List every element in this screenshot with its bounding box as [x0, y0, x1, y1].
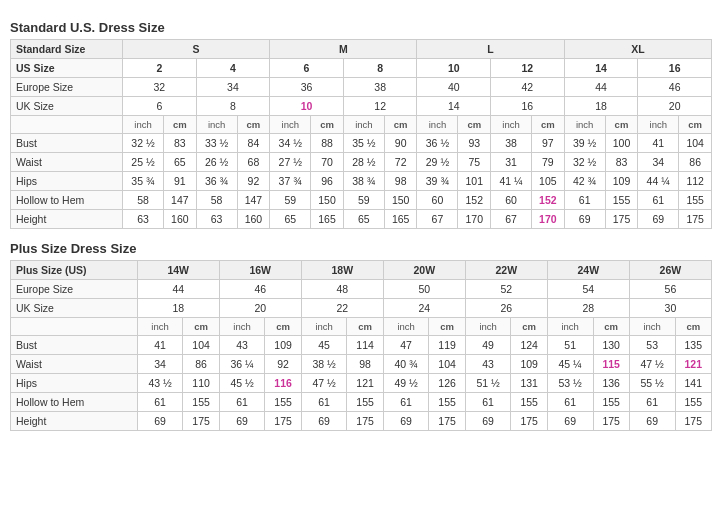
uk-size-label: UK Size [11, 97, 123, 116]
uk-20: 20 [638, 97, 712, 116]
standard-title: Standard U.S. Dress Size [10, 20, 712, 35]
eu-32: 32 [123, 78, 197, 97]
waist-label: Waist [11, 153, 123, 172]
uk-12: 12 [343, 97, 417, 116]
plus-26w: 26W [629, 261, 711, 280]
height-label: Height [11, 210, 123, 229]
eu-40: 40 [417, 78, 491, 97]
unit-inch-8: inch [638, 116, 679, 134]
size-xl: XL [564, 40, 711, 59]
unit-cm-3: cm [311, 116, 344, 134]
us-2: 2 [123, 59, 197, 78]
eu-42: 42 [491, 78, 565, 97]
eu-46: 46 [638, 78, 712, 97]
unit-inch-2: inch [196, 116, 237, 134]
unit-cm-5: cm [458, 116, 491, 134]
plus-hollow-label: Hollow to Hem [11, 393, 138, 412]
hollow-label: Hollow to Hem [11, 191, 123, 210]
standard-table: Standard Size S M L XL US Size 2 4 6 8 1… [10, 39, 712, 229]
unit-cm-1: cm [164, 116, 197, 134]
plus-hips-label: Hips [11, 374, 138, 393]
plus-size-label: Plus Size (US) [11, 261, 138, 280]
unit-inch-6: inch [491, 116, 532, 134]
plus-22w: 22W [465, 261, 547, 280]
plus-20w: 20W [383, 261, 465, 280]
uk-6: 6 [123, 97, 197, 116]
unit-inch-5: inch [417, 116, 458, 134]
plus-title: Plus Size Dress Size [10, 241, 712, 256]
us-16: 16 [638, 59, 712, 78]
plus-table: Plus Size (US) 14W 16W 18W 20W 22W 24W 2… [10, 260, 712, 431]
unit-cm-8: cm [679, 116, 712, 134]
us-8: 8 [343, 59, 417, 78]
plus-height-label: Height [11, 412, 138, 431]
uk-10: 10 [270, 97, 344, 116]
eu-44: 44 [564, 78, 638, 97]
uk-8: 8 [196, 97, 270, 116]
us-4: 4 [196, 59, 270, 78]
us-12: 12 [491, 59, 565, 78]
uk-16: 16 [491, 97, 565, 116]
size-m: M [270, 40, 417, 59]
size-l: L [417, 40, 564, 59]
us-size-label: US Size [11, 59, 123, 78]
standard-size-label: Standard Size [11, 40, 123, 59]
plus-14w: 14W [137, 261, 219, 280]
plus-uk-label: UK Size [11, 299, 138, 318]
uk-14: 14 [417, 97, 491, 116]
hips-label: Hips [11, 172, 123, 191]
unit-inch-3: inch [270, 116, 311, 134]
uk-18: 18 [564, 97, 638, 116]
plus-18w: 18W [301, 261, 383, 280]
eu-34: 34 [196, 78, 270, 97]
bust-label: Bust [11, 134, 123, 153]
unit-cm-4: cm [384, 116, 417, 134]
plus-europe-label: Europe Size [11, 280, 138, 299]
size-s: S [123, 40, 270, 59]
europe-size-label: Europe Size [11, 78, 123, 97]
us-6: 6 [270, 59, 344, 78]
unit-cm-6: cm [532, 116, 565, 134]
plus-waist-label: Waist [11, 355, 138, 374]
unit-cm-7: cm [605, 116, 638, 134]
eu-36: 36 [270, 78, 344, 97]
unit-cm-2: cm [237, 116, 270, 134]
us-10: 10 [417, 59, 491, 78]
eu-38: 38 [343, 78, 417, 97]
unit-inch-7: inch [564, 116, 605, 134]
plus-24w: 24W [547, 261, 629, 280]
plus-16w: 16W [219, 261, 301, 280]
us-14: 14 [564, 59, 638, 78]
unit-inch-4: inch [343, 116, 384, 134]
unit-inch-1: inch [123, 116, 164, 134]
plus-bust-label: Bust [11, 336, 138, 355]
